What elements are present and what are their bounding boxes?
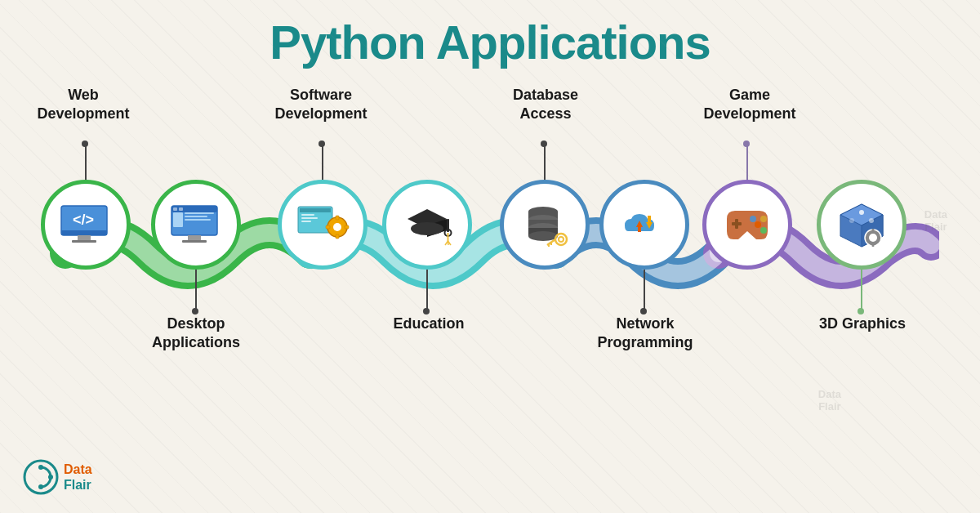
- label-web-development: WebDevelopment: [18, 86, 149, 123]
- svg-rect-9: [185, 212, 214, 214]
- svg-rect-13: [188, 235, 201, 240]
- svg-point-43: [559, 237, 564, 242]
- label-database-access: DatabaseAccess: [472, 86, 619, 123]
- svg-rect-25: [345, 225, 349, 229]
- svg-rect-48: [638, 225, 641, 232]
- label-network-programming: NetworkProgramming: [572, 314, 719, 351]
- svg-rect-1: [61, 230, 107, 235]
- svg-point-54: [750, 216, 756, 222]
- icon-education: [382, 180, 472, 270]
- svg-rect-12: [173, 212, 183, 227]
- svg-rect-3: [72, 240, 96, 243]
- icon-software-development: [278, 180, 368, 270]
- svg-rect-10: [185, 216, 207, 217]
- connector-3d: [861, 270, 862, 310]
- svg-point-61: [869, 218, 874, 223]
- icon-web-development: </>: [41, 180, 131, 270]
- dot-education: [423, 308, 430, 314]
- dataflair-logo-icon: [23, 459, 59, 495]
- svg-point-70: [38, 484, 43, 489]
- svg-point-28: [411, 222, 443, 235]
- dot-web-dev: [82, 141, 88, 147]
- dot-desktop: [192, 308, 198, 314]
- svg-rect-18: [301, 217, 318, 219]
- connector-web-dev: [85, 143, 87, 180]
- connector-software: [322, 143, 323, 180]
- dot-game: [743, 141, 750, 147]
- icon-network-programming: [599, 180, 689, 270]
- svg-point-69: [48, 475, 53, 480]
- svg-rect-7: [173, 207, 177, 211]
- watermark-3: DataFlair: [924, 208, 947, 233]
- label-education: Education: [368, 314, 490, 333]
- svg-point-64: [869, 234, 877, 242]
- svg-point-68: [38, 465, 43, 470]
- svg-point-53: [760, 227, 767, 234]
- dot-software: [318, 141, 325, 147]
- svg-rect-23: [336, 234, 339, 239]
- svg-rect-14: [182, 240, 207, 243]
- connector-game: [746, 143, 748, 180]
- svg-rect-66: [871, 243, 874, 247]
- dot-3d: [858, 308, 864, 314]
- svg-rect-24: [326, 225, 330, 229]
- svg-rect-50: [648, 216, 651, 224]
- svg-rect-17: [301, 214, 314, 216]
- icon-desktop-applications: [151, 180, 241, 270]
- svg-point-60: [859, 210, 864, 215]
- connector-desktop: [195, 270, 197, 310]
- icon-game-development: [702, 180, 792, 270]
- svg-point-52: [760, 216, 767, 222]
- svg-rect-8: [179, 207, 183, 211]
- svg-rect-11: [185, 219, 211, 221]
- watermark-2: DataFlair: [818, 388, 841, 413]
- dot-network: [640, 308, 647, 314]
- connector-database: [544, 143, 546, 180]
- svg-rect-16: [300, 208, 331, 212]
- dataflair-logo: Data Flair: [23, 459, 92, 495]
- svg-rect-22: [336, 216, 339, 220]
- svg-rect-6: [172, 206, 217, 212]
- label-desktop-applications: DesktopApplications: [127, 314, 265, 351]
- label-3d-graphics: 3D Graphics: [797, 314, 928, 333]
- svg-point-42: [555, 234, 567, 245]
- svg-rect-19: [301, 221, 311, 222]
- dataflair-brand-text: Data Flair: [64, 462, 92, 493]
- svg-text:</>: </>: [72, 212, 93, 228]
- svg-point-21: [333, 223, 341, 231]
- icon-database-access: [500, 180, 590, 270]
- dot-database: [541, 141, 547, 147]
- label-game-development: GameDevelopment: [676, 86, 823, 123]
- label-software-development: SoftwareDevelopment: [243, 86, 399, 123]
- svg-rect-65: [871, 229, 874, 232]
- connector-education: [426, 270, 428, 310]
- svg-rect-2: [78, 235, 91, 240]
- icon-3d-graphics: [817, 180, 906, 270]
- svg-point-62: [849, 218, 854, 223]
- connector-network: [644, 270, 645, 310]
- svg-rect-56: [735, 219, 738, 229]
- svg-point-51: [755, 221, 761, 228]
- diagram-area: </> WebDevelopment DesktopApplications: [0, 78, 980, 429]
